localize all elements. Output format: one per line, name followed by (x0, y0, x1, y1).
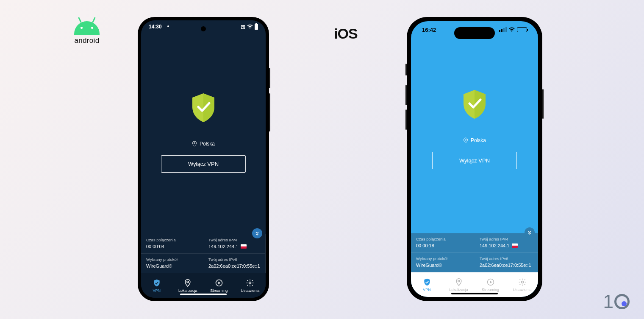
location-text: Polska (200, 141, 215, 147)
android-screen: 14:30 ⚿ Polska Wyłącz VPN (141, 20, 266, 298)
ios-screen: 16:42 Polska Wyłącz VPN (411, 21, 538, 297)
collapse-toggle[interactable] (252, 228, 262, 238)
wifi-icon (247, 24, 253, 30)
shield-icon (423, 278, 431, 286)
nav-settings[interactable]: Ustawienia (235, 273, 266, 298)
pin-icon (455, 278, 463, 286)
battery-icon (255, 24, 258, 30)
svg-point-0 (194, 143, 195, 144)
poland-flag-icon (512, 243, 518, 248)
vpn-key-icon: ⚿ (241, 25, 245, 29)
location-row[interactable]: Polska (192, 141, 215, 147)
info-protocol: Wybrany protokół WireGuard® (411, 253, 475, 272)
location-row[interactable]: Polska (463, 137, 486, 143)
vpn-toggle-button[interactable]: Wyłącz VPN (432, 152, 517, 169)
location-text: Polska (471, 137, 486, 143)
svg-point-11 (521, 281, 523, 283)
pin-icon (463, 137, 468, 143)
gear-icon (246, 279, 254, 287)
android-info-panel: Czas połączenia 00:00:04 Twój adres IPv4… (141, 234, 266, 273)
signal-icon (499, 27, 507, 33)
info-ipv6: Twój adres IPv6 2a02:6ea0:ce17:0:55e::1 (475, 253, 538, 272)
info-protocol: Wybrany protokół WireGuard® (141, 254, 203, 273)
shield-check-icon (190, 92, 217, 123)
shield-icon (153, 279, 161, 287)
wifi-icon (508, 27, 515, 33)
battery-icon (517, 27, 527, 32)
status-time: 16:42 (422, 27, 436, 33)
ios-app-main: Polska Wyłącz VPN (411, 38, 538, 233)
svg-rect-5 (501, 29, 502, 32)
play-circle-icon (486, 278, 495, 286)
android-robot-icon (74, 21, 100, 35)
svg-rect-6 (503, 28, 505, 32)
svg-point-8 (465, 139, 466, 140)
chevron-double-down-icon (255, 231, 260, 236)
collapse-toggle[interactable] (525, 227, 535, 238)
nav-settings[interactable]: Ustawienia (506, 272, 538, 297)
svg-point-1 (187, 281, 189, 283)
brand-logo-10: 1 (603, 291, 630, 312)
gear-icon (518, 278, 527, 286)
info-conn-time: Czas połączenia 00:00:18 (411, 233, 475, 253)
ios-phone-frame: 16:42 Polska Wyłącz VPN (407, 17, 542, 301)
home-indicator (451, 293, 498, 294)
poland-flag-icon (241, 244, 247, 249)
svg-point-9 (458, 280, 459, 282)
pin-icon (183, 279, 192, 287)
gesture-bar (180, 294, 227, 295)
play-circle-icon (215, 279, 223, 287)
pin-icon (192, 141, 197, 147)
svg-point-3 (249, 282, 251, 284)
android-app-main: Polska Wyłącz VPN (141, 33, 266, 234)
chevron-double-down-icon (527, 230, 532, 235)
android-label: android (75, 36, 100, 45)
svg-rect-7 (505, 27, 507, 32)
android-phone-frame: 14:30 ⚿ Polska Wyłącz VPN (138, 17, 269, 301)
nav-vpn[interactable]: VPN (411, 272, 443, 297)
ios-info-panel: Czas połączenia 00:00:18 Twój adres IPv4… (411, 233, 538, 272)
info-conn-time: Czas połączenia 00:00:04 (141, 234, 203, 254)
info-ipv6: Twój adres IPv6 2a02:6ea0:ce17:0:55e::1 (203, 254, 266, 273)
android-os-badge: android (74, 21, 100, 45)
ios-os-badge: iOS (334, 25, 358, 42)
vpn-toggle-button[interactable]: Wyłącz VPN (161, 155, 246, 173)
shield-check-icon (461, 89, 488, 120)
status-time: 14:30 (149, 24, 162, 30)
nav-vpn[interactable]: VPN (141, 273, 172, 298)
svg-rect-4 (499, 30, 500, 32)
